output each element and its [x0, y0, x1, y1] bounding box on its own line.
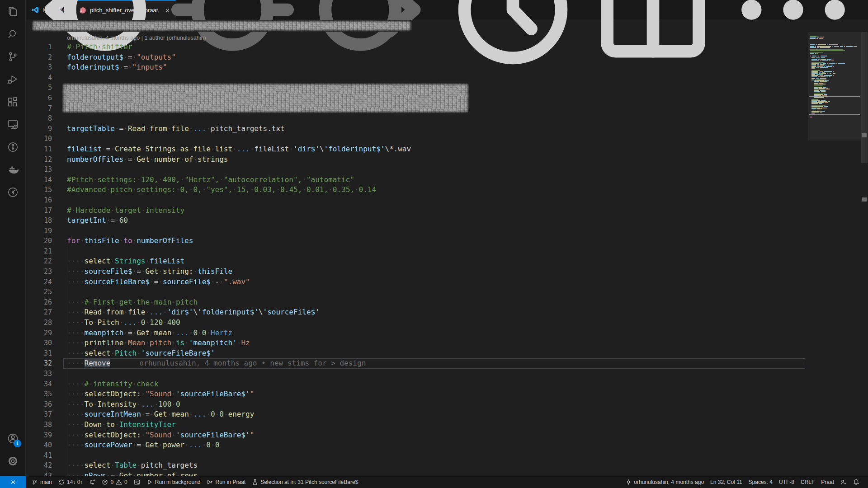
status-run-in-praat[interactable]: Run in Praat: [203, 476, 249, 488]
code-line-25[interactable]: 25: [26, 287, 808, 297]
code-line-16[interactable]: 16: [26, 195, 808, 206]
code-line-40[interactable]: 40····sourcePower·=·Get·power·...·0·0: [26, 440, 808, 450]
code-line-42[interactable]: 42····select·Table·pitch_targets: [26, 460, 808, 471]
status-sync-status[interactable]: 14↓ 0↑: [55, 476, 86, 488]
files-icon: [7, 5, 19, 18]
status-problems[interactable]: 00: [99, 476, 130, 488]
gear-icon: [7, 455, 19, 467]
line-number: 31: [26, 348, 67, 359]
activity-explorer[interactable]: [2, 0, 24, 23]
line-number: 7: [26, 103, 67, 114]
git-branch-icon: [32, 479, 38, 485]
code-line-4[interactable]: 4: [26, 73, 808, 83]
feedback-icon: [840, 479, 847, 485]
code-line-12[interactable]: 12numberOfFiles·=·Get·number·of·strings: [26, 155, 808, 165]
line-number: 18: [26, 216, 67, 226]
activity-gitlens-inspect[interactable]: [2, 181, 24, 203]
code-line-1[interactable]: 1#·Pitch·shifter: [26, 42, 808, 52]
line-number: 38: [26, 420, 67, 430]
code-line-23[interactable]: 23····sourceFile$·=·Get·string:·thisFile: [26, 267, 808, 277]
code-line-28[interactable]: 28····To·Pitch·...·0·120·400: [26, 318, 808, 328]
code-line-39[interactable]: 39····selectObject:·"Sound·'sourceFileBa…: [26, 430, 808, 441]
code-line-8[interactable]: 8: [26, 113, 808, 124]
code-line-27[interactable]: 27····Read·from·file·...·'dir$'\'folderi…: [26, 307, 808, 318]
status-indentation[interactable]: Spaces: 4: [745, 476, 776, 488]
code-line-10[interactable]: 10: [26, 134, 808, 144]
code-line-9[interactable]: 9targetTable·=·Read·from·file·...·pitch_…: [26, 124, 808, 134]
code-text: ····To·Intensity·...·100·0: [67, 399, 180, 410]
status-cursor-position[interactable]: Ln 32, Col 11: [707, 476, 745, 488]
status-blame-status[interactable]: orhunulusahin, 4 months ago: [622, 476, 707, 488]
line-number: 39: [26, 430, 67, 441]
code-line-37[interactable]: 37····sourceIntMean·=·Get·mean·...·0·0·e…: [26, 409, 808, 420]
status-tasks[interactable]: [131, 476, 143, 488]
code-text: ····selectObject:·"Sound·'sourceFileBare…: [67, 430, 254, 441]
code-text: ····Removeorhunulusahin, 4 months ago • …: [67, 358, 366, 369]
code-line-14[interactable]: 14#Pitch·settings:·120,·400,·"Hertz",·"a…: [26, 175, 808, 185]
code-line-22[interactable]: 22····select·Strings·fileList: [26, 256, 808, 267]
line-number: 6: [26, 93, 67, 103]
code-line-31[interactable]: 31····select·Pitch·'sourceFileBare$': [26, 348, 808, 359]
line-number: 22: [26, 256, 67, 267]
code-line-11[interactable]: 11fileList·=·Create·Strings·as·file·list…: [26, 144, 808, 155]
activity-accounts[interactable]: 1: [2, 427, 24, 450]
activity-gitlens[interactable]: [2, 136, 24, 158]
code-line-36[interactable]: 36····To·Intensity·...·100·0: [26, 399, 808, 410]
code-text: ····sourceFile$·=·Get·string:·thisFile: [67, 267, 232, 277]
line-number: 16: [26, 195, 67, 206]
code-line-38[interactable]: 38····Down·to·IntensityTier: [26, 420, 808, 430]
line-number: 12: [26, 155, 67, 165]
code-line-19[interactable]: 19: [26, 226, 808, 236]
code-line-41[interactable]: 41: [26, 450, 808, 461]
activity-extensions[interactable]: [2, 90, 24, 113]
line-number: 35: [26, 389, 67, 399]
status-encoding[interactable]: UTF-8: [776, 476, 797, 488]
activity-settings[interactable]: [2, 450, 24, 472]
minimap[interactable]: [808, 32, 861, 476]
code-line-17[interactable]: 17#·Hardcode·target·intensity: [26, 206, 808, 216]
main-area: Welcomepitch_shifter_over80.praat× orhun…: [26, 0, 868, 476]
status-git-branch[interactable]: main: [28, 476, 55, 488]
code-line-13[interactable]: 13: [26, 164, 808, 175]
activity-docker[interactable]: [2, 158, 24, 181]
codelens-authors[interactable]: orhunulusahin, 4 months ago | 1 author (…: [26, 32, 868, 42]
activity-run-and-debug[interactable]: [2, 68, 24, 90]
scrollbar-slider[interactable]: [861, 32, 868, 163]
scrollbar[interactable]: [861, 32, 868, 476]
code-line-2[interactable]: 2folderoutput$·=·"outputs": [26, 52, 808, 63]
code-text: #Advanced·pitch·settings:·0,·0,·"yes",·1…: [67, 185, 376, 195]
git-commit-icon: [625, 479, 632, 485]
line-number: 1: [26, 42, 67, 52]
code-line-21[interactable]: 21: [26, 246, 808, 257]
code-line-30[interactable]: 30····printline·Mean·pitch·is·'meanpitch…: [26, 338, 808, 348]
status-feedback[interactable]: [837, 476, 850, 488]
activity-search[interactable]: [2, 23, 24, 45]
source-control-icon: [7, 51, 19, 63]
code-line-20[interactable]: 20for·thisFile·to·numberOfFiles: [26, 236, 808, 246]
activity-source-control[interactable]: [2, 45, 24, 68]
code-line-33[interactable]: 33: [26, 369, 808, 379]
code-text: for·thisFile·to·numberOfFiles: [67, 236, 193, 246]
code-line-34[interactable]: 34····#·intensity·check: [26, 379, 808, 389]
code-line-24[interactable]: 24····sourceFileBare$·=·sourceFile$·-·".…: [26, 277, 808, 287]
code-line-29[interactable]: 29····meanpitch·=·Get·mean·...·0·0·Hertz: [26, 328, 808, 338]
status-run-in-background[interactable]: Run in background: [143, 476, 204, 488]
remote-icon: [10, 479, 16, 485]
status-eol[interactable]: CRLF: [797, 476, 818, 488]
code-line-35[interactable]: 35····selectObject:·"Sound·'sourceFileBa…: [26, 389, 808, 399]
line-number: 5: [26, 83, 67, 93]
status-gitlens-status[interactable]: [86, 476, 99, 488]
code-line-26[interactable]: 26····#·First·get·the·main·pitch: [26, 297, 808, 308]
code-line-3[interactable]: 3folderinput$·=·"inputs": [26, 62, 808, 73]
code-text: #·Pitch·shifter: [67, 42, 132, 52]
status-praat-selection[interactable]: Selection at ln: 31 Pitch sourceFileBare…: [249, 476, 361, 488]
code-text: folderinput$·=·"inputs": [67, 62, 167, 73]
code-line-32[interactable]: 32····Removeorhunulusahin, 4 months ago …: [26, 358, 808, 369]
code-line-18[interactable]: 18targetInt·=·60: [26, 216, 808, 226]
code-line-15[interactable]: 15#Advanced·pitch·settings:·0,·0,·"yes",…: [26, 185, 808, 195]
status-remote[interactable]: [0, 476, 26, 488]
code-line-43[interactable]: 43····nRows·=·Get·number·of·rows: [26, 471, 808, 476]
status-language-mode[interactable]: Praat: [818, 476, 837, 488]
activity-remote-explorer[interactable]: [2, 113, 24, 136]
status-notifications[interactable]: [850, 476, 863, 488]
